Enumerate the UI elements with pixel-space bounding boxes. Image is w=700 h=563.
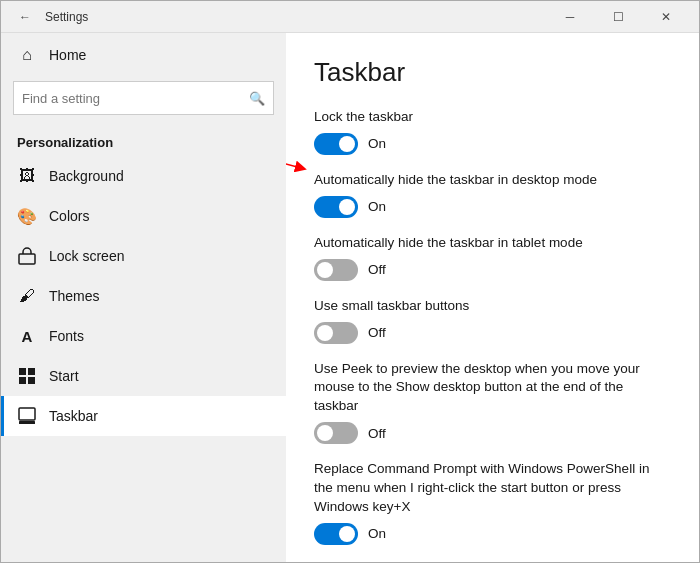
svg-rect-5 [28,377,35,384]
setting-small-buttons: Use small taskbar buttons Off [314,297,671,344]
svg-rect-6 [19,408,35,420]
sidebar-home[interactable]: ⌂ Home [1,33,286,77]
toggle-replace-cmd[interactable] [314,523,358,545]
toggle-row: Off [314,422,671,444]
toggle-state-label: On [368,199,386,214]
toggle-row: Off [314,259,671,281]
toggle-state-label: On [368,526,386,541]
sidebar-item-colors[interactable]: 🎨 Colors [1,196,286,236]
sidebar-item-label: Start [49,368,79,384]
sidebar-item-label: Colors [49,208,89,224]
setting-label: Automatically hide the taskbar in tablet… [314,234,671,253]
main-layout: ⌂ Home 🔍 Personalization 🖼 Background 🎨 … [1,33,699,562]
start-icon [17,366,37,386]
toggle-use-peek[interactable] [314,422,358,444]
svg-rect-3 [28,368,35,375]
close-button[interactable]: ✕ [643,1,689,33]
toggle-row: Off [314,322,671,344]
toggle-row: On [314,523,671,545]
sidebar-item-label: Themes [49,288,100,304]
toggle-lock-taskbar[interactable] [314,133,358,155]
setting-replace-cmd: Replace Command Prompt with Windows Powe… [314,460,671,545]
sidebar-item-background[interactable]: 🖼 Background [1,156,286,196]
setting-auto-hide-tablet: Automatically hide the taskbar in tablet… [314,234,671,281]
svg-rect-1 [21,256,33,262]
sidebar-search-box[interactable]: 🔍 [13,81,274,115]
colors-icon: 🎨 [17,206,37,226]
toggle-state-label: Off [368,325,386,340]
search-icon[interactable]: 🔍 [249,91,265,106]
setting-label: Use small taskbar buttons [314,297,671,316]
sidebar-home-label: Home [49,47,86,63]
svg-rect-4 [19,377,26,384]
sidebar-item-taskbar[interactable]: Taskbar [1,396,286,436]
background-icon: 🖼 [17,166,37,186]
toggle-auto-hide-desktop[interactable] [314,196,358,218]
lock-screen-icon [17,246,37,266]
sidebar-item-lock-screen[interactable]: Lock screen [1,236,286,276]
toggle-auto-hide-tablet[interactable] [314,259,358,281]
page-title: Taskbar [314,57,671,88]
sidebar-item-start[interactable]: Start [1,356,286,396]
toggle-row: On [314,133,671,155]
maximize-button[interactable]: ☐ [595,1,641,33]
window-controls: ─ ☐ ✕ [547,1,689,33]
home-icon: ⌂ [17,45,37,65]
setting-label: Lock the taskbar [314,108,671,127]
sidebar: ⌂ Home 🔍 Personalization 🖼 Background 🎨 … [1,33,286,562]
setting-show-badges: Show badges on taskbar buttons On [314,561,671,562]
toggle-state-label: On [368,136,386,151]
svg-line-8 [286,143,301,168]
titlebar-title: Settings [45,10,547,24]
svg-rect-7 [19,421,35,424]
taskbar-icon [17,406,37,426]
sidebar-item-label: Background [49,168,124,184]
setting-label: Use Peek to preview the desktop when you… [314,360,671,417]
annotation-arrow [286,123,316,183]
sidebar-item-themes[interactable]: 🖌 Themes [1,276,286,316]
themes-icon: 🖌 [17,286,37,306]
content-area: Taskbar Lock the taskbar On Automaticall… [286,33,699,562]
toggle-small-buttons[interactable] [314,322,358,344]
toggle-row: On [314,196,671,218]
sidebar-item-label: Taskbar [49,408,98,424]
sidebar-item-label: Lock screen [49,248,124,264]
setting-use-peek: Use Peek to preview the desktop when you… [314,360,671,445]
search-input[interactable] [22,91,243,106]
sidebar-item-label: Fonts [49,328,84,344]
back-button[interactable]: ← [11,3,39,31]
toggle-state-label: Off [368,426,386,441]
setting-label: Replace Command Prompt with Windows Powe… [314,460,671,517]
svg-rect-2 [19,368,26,375]
sidebar-section-label: Personalization [1,127,286,156]
sidebar-item-fonts[interactable]: A Fonts [1,316,286,356]
minimize-button[interactable]: ─ [547,1,593,33]
toggle-state-label: Off [368,262,386,277]
setting-label: Show badges on taskbar buttons [314,561,671,562]
setting-auto-hide-desktop: Automatically hide the taskbar in deskto… [314,171,671,218]
setting-lock-taskbar: Lock the taskbar On [314,108,671,155]
setting-label: Automatically hide the taskbar in deskto… [314,171,671,190]
fonts-icon: A [17,326,37,346]
titlebar: ← Settings ─ ☐ ✕ [1,1,699,33]
